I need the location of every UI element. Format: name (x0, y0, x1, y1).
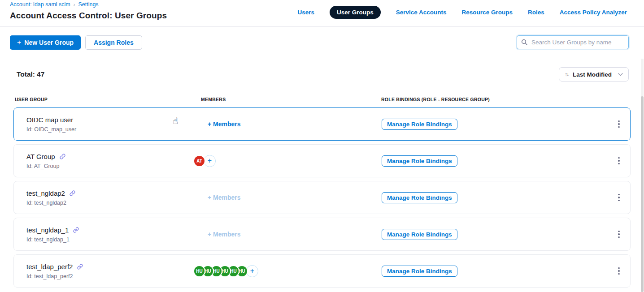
list-bar: Total:47 ↑↓ Last Modified (0, 58, 644, 82)
user-group-row[interactable]: OIDC map user Id: OIDC_map_user + Member… (13, 107, 631, 141)
user-group-cell: test_ldap_perf2 Id: test_ldap_perf2 (26, 263, 193, 279)
members-cell: + Members (193, 231, 305, 238)
user-group-row[interactable]: test_ldap_perf2 Id: test_ldap_perf2 HUHU… (13, 254, 631, 288)
kebab-menu-icon[interactable] (615, 118, 622, 131)
sort-dropdown[interactable]: ↑↓ Last Modified (559, 67, 629, 82)
row-menu-cell (608, 191, 630, 204)
column-header-role-bindings: ROLE BINDINGS (ROLE - RESOURCE GROUP) (294, 97, 604, 102)
tab-user-groups[interactable]: User Groups (330, 6, 381, 19)
assign-roles-button[interactable]: Assign Roles (85, 35, 142, 50)
members-cell: + Members (193, 194, 305, 201)
link-icon (60, 154, 65, 159)
row-menu-cell (608, 265, 630, 278)
member-avatar[interactable]: AT (193, 155, 205, 167)
add-members-link: + Members (208, 231, 241, 238)
tab-service-accounts[interactable]: Service Accounts (396, 9, 447, 16)
add-member-plus-button[interactable]: + (204, 155, 216, 167)
role-bindings-cell: Manage Role Bindings (305, 229, 608, 240)
sort-label: Last Modified (573, 71, 612, 78)
row-menu-cell (608, 228, 630, 241)
link-icon (70, 190, 75, 196)
user-group-id: Id: test_ldap_perf2 (26, 273, 193, 279)
sort-arrows-icon: ↑↓ (565, 71, 568, 77)
column-header-members: MEMBERS (182, 97, 294, 102)
user-group-row[interactable]: test_ngldap_1 Id: test_ngldap_1 + Member… (13, 218, 631, 251)
user-group-name[interactable]: test_ldap_perf2 (26, 263, 73, 271)
top-nav: UsersUser GroupsService AccountsResource… (297, 0, 627, 19)
manage-role-bindings-button[interactable]: Manage Role Bindings (382, 266, 457, 277)
title-block: Account: ldap saml scim › Settings Accou… (10, 0, 167, 21)
members-cell: HUHUHUHUHUHU+ (193, 265, 305, 277)
user-group-row[interactable]: test_ngldap2 Id: test_ngldap2 + Members … (13, 181, 631, 214)
role-bindings-cell: Manage Role Bindings (305, 266, 608, 277)
members-cell: + Members (193, 120, 305, 128)
member-avatar-stack: HUHUHUHUHUHU+ (193, 265, 258, 277)
member-avatar[interactable]: HU (193, 265, 205, 277)
manage-role-bindings-button[interactable]: Manage Role Bindings (382, 119, 457, 130)
user-group-cell: AT Group Id: AT_Group (26, 153, 193, 169)
link-icon (77, 264, 83, 270)
breadcrumb-separator-icon: › (74, 2, 75, 7)
add-member-plus-button[interactable]: + (246, 265, 258, 277)
kebab-menu-icon[interactable] (615, 228, 622, 241)
search-box (517, 35, 629, 49)
user-group-id: Id: test_ngldap_1 (26, 236, 193, 243)
breadcrumb-account-link[interactable]: Account: ldap saml scim (10, 1, 70, 8)
breadcrumb-settings-link[interactable]: Settings (78, 1, 98, 8)
kebab-menu-icon[interactable] (615, 191, 622, 204)
user-group-name[interactable]: OIDC map user (26, 116, 73, 124)
tab-roles[interactable]: Roles (528, 9, 544, 16)
members-cell: AT+ (193, 155, 305, 167)
user-group-id: Id: OIDC_map_user (26, 126, 193, 133)
chevron-down-icon (618, 73, 623, 76)
search-input[interactable] (517, 35, 629, 49)
manage-role-bindings-button[interactable]: Manage Role Bindings (382, 192, 457, 203)
role-bindings-cell: Manage Role Bindings (305, 192, 608, 203)
user-group-id: Id: AT_Group (26, 163, 193, 169)
breadcrumb: Account: ldap saml scim › Settings (10, 1, 167, 8)
user-group-id: Id: test_ngldap2 (26, 200, 193, 206)
search-icon (521, 39, 528, 47)
add-members-link[interactable]: + Members (208, 120, 241, 128)
plus-icon: + (17, 39, 21, 47)
add-members-link: + Members (208, 194, 241, 201)
user-group-name[interactable]: test_ngldap_1 (26, 226, 69, 234)
page-header: Account: ldap saml scim › Settings Accou… (0, 0, 644, 27)
toolbar: + New User Group Assign Roles (0, 27, 644, 58)
user-group-cell: OIDC map user Id: OIDC_map_user (26, 116, 193, 133)
kebab-menu-icon[interactable] (615, 265, 622, 278)
user-group-name[interactable]: AT Group (26, 153, 55, 160)
row-menu-cell (608, 155, 630, 167)
user-group-name[interactable]: test_ngldap2 (26, 189, 65, 197)
user-group-cell: test_ngldap2 Id: test_ngldap2 (26, 189, 193, 206)
member-avatar-stack: AT+ (193, 155, 216, 167)
tab-users[interactable]: Users (297, 9, 314, 16)
table-column-headers: USER GROUP MEMBERS ROLE BINDINGS (ROLE -… (0, 82, 644, 107)
link-icon (73, 227, 79, 233)
manage-role-bindings-button[interactable]: Manage Role Bindings (382, 229, 457, 240)
kebab-menu-icon[interactable] (615, 155, 622, 167)
manage-role-bindings-button[interactable]: Manage Role Bindings (382, 155, 457, 167)
tab-resource-groups[interactable]: Resource Groups (462, 9, 513, 16)
scrollbar-thumb[interactable] (641, 96, 644, 292)
role-bindings-cell: Manage Role Bindings (305, 155, 608, 167)
row-menu-cell (608, 118, 630, 131)
column-header-user-group: USER GROUP (15, 97, 182, 102)
tab-access-policy-analyzer[interactable]: Access Policy Analyzer (560, 9, 627, 16)
new-user-group-button[interactable]: + New User Group (10, 35, 81, 50)
user-group-cell: test_ngldap_1 Id: test_ngldap_1 (26, 226, 193, 243)
user-group-row[interactable]: AT Group Id: AT_Group AT+ Manage Role Bi… (13, 144, 631, 177)
total-count: Total:47 (15, 70, 44, 78)
user-group-list: OIDC map user Id: OIDC_map_user + Member… (0, 107, 644, 288)
page-title: Account Access Control: User Groups (10, 11, 167, 21)
role-bindings-cell: Manage Role Bindings (305, 119, 608, 130)
scrollbar-track (641, 59, 644, 292)
